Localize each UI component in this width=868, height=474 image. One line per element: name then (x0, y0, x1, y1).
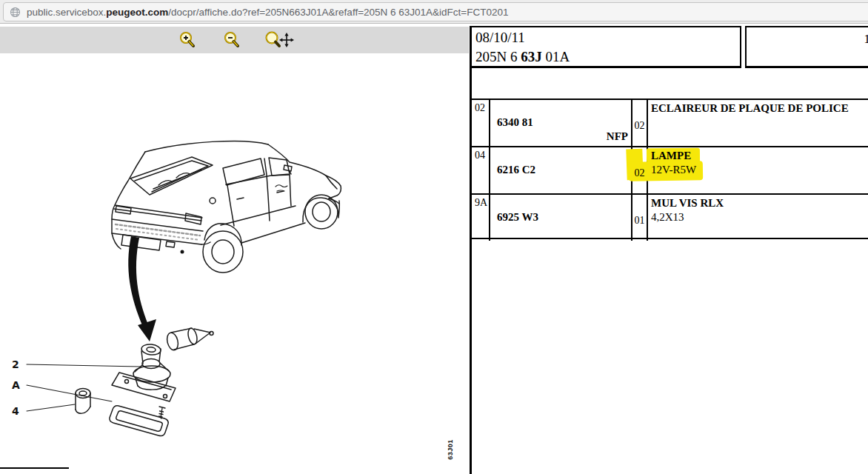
lens-part (110, 406, 168, 436)
row-index: 9A (472, 195, 489, 209)
part-number: 6925 W3 (497, 211, 538, 224)
table-row: 04 6216 C2 02 LAMPE 12V-R5W (472, 147, 868, 195)
document-header-right: 1 (745, 26, 868, 68)
diagram-label-A: A (12, 379, 20, 391)
part-number: 6216 C2 (497, 164, 535, 176)
part-designation: LAMPE (651, 150, 691, 162)
zoom-pan-icon (264, 30, 295, 50)
url-domain: peugeot.com (106, 7, 168, 18)
part-number: 6340 81 (497, 116, 533, 129)
panel-divider (470, 26, 472, 474)
bulb-part (165, 327, 213, 351)
part-designation-detail: 4,2X13 (651, 211, 684, 224)
grommet-part (76, 389, 90, 414)
url-text: public.servicebox.peugeot.com/docpr/affi… (27, 7, 509, 18)
diagram-zoom-toolbar (0, 27, 469, 53)
parts-table: 02 6340 81 NFP 02 ECLAIREUR DE PLAQUE DE… (472, 99, 868, 239)
globe-icon (10, 7, 21, 18)
zoom-out-button[interactable] (218, 30, 244, 50)
diagram-label-2: 2 (12, 358, 19, 370)
zoom-pan-button[interactable] (263, 30, 296, 50)
table-row: 02 6340 81 NFP 02 ECLAIREUR DE PLAQUE DE… (472, 100, 868, 147)
part-designation: MUL VIS RLX (651, 197, 724, 210)
row-index: 04 (472, 147, 489, 161)
leader-line-A (27, 385, 112, 401)
parts-diagram: 2 A 4 (0, 53, 470, 474)
leader-line-2 (27, 364, 140, 367)
url-path: /docpr/affiche.do?ref=205N663J01A&refaff… (168, 7, 508, 18)
document-reference: 205N 6 63J 01A (475, 47, 740, 67)
row-index: 02 (472, 100, 489, 114)
lamp-housing-part (112, 373, 176, 401)
zoom-in-icon (177, 30, 196, 50)
page-number: 1 (864, 32, 868, 47)
table-row: 9A 6925 W3 01 MUL VIS RLX 4,2X13 (472, 195, 868, 241)
part-designation: ECLAIREUR DE PLAQUE DE POLICE (651, 102, 849, 115)
url-input[interactable]: public.servicebox.peugeot.com/docpr/affi… (3, 2, 868, 21)
url-host-prefix: public.servicebox. (27, 7, 106, 18)
part-designation-detail: 12V-R5W (651, 164, 696, 176)
part-note: NFP (607, 130, 628, 143)
zoom-out-icon (221, 30, 241, 50)
part-qty: 02 (632, 167, 647, 179)
pointer-arrow (128, 236, 156, 341)
part-qty: 02 (632, 120, 647, 132)
zoom-in-button[interactable] (174, 30, 199, 50)
document-header: 08/10/11 205N 6 63J 01A (472, 26, 741, 68)
leader-line-4 (27, 404, 75, 411)
diagram-label-4: 4 (12, 405, 19, 417)
app-window: public.servicebox.peugeot.com/docpr/affi… (0, 0, 868, 474)
car-roof (145, 141, 268, 152)
drawing-reference-code: 63J01 (447, 434, 454, 465)
browser-url-bar: public.servicebox.peugeot.com/docpr/affi… (0, 0, 868, 24)
document-date: 08/10/11 (475, 28, 740, 47)
part-qty: 01 (632, 215, 647, 227)
drawing-frame-line (0, 467, 69, 469)
